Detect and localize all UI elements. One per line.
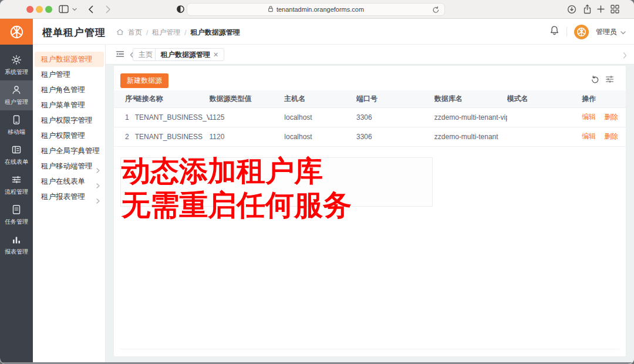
app-header: 橙单租户管理 首页 / 租户管理 / 租户数据源管理 管理员: [0, 19, 634, 45]
privacy-shield-icon[interactable]: [176, 5, 185, 14]
browser-toolbar: tenantadmin.orangeforms.com: [0, 0, 634, 19]
user-icon: [11, 85, 22, 95]
create-datasource-button[interactable]: 新建数据源: [120, 73, 168, 88]
orange-wheel-icon: [9, 24, 25, 40]
delete-link[interactable]: 删除: [604, 113, 618, 121]
menu-item-tenant-menu[interactable]: 租户菜单管理: [35, 97, 104, 113]
cell-type-value: 1125: [210, 107, 285, 127]
user-name[interactable]: 管理员: [596, 27, 617, 37]
sidebar-item-label: 移动端: [1, 128, 32, 136]
tab-label: 租户数据源管理: [161, 50, 210, 59]
menu-item-tenant-role[interactable]: 租户角色管理: [35, 82, 104, 97]
new-tab-icon[interactable]: [597, 5, 605, 13]
minimize-window-button[interactable]: [36, 6, 43, 13]
page-title: 橙单租户管理: [42, 26, 106, 39]
tab-bar: 主页 租户数据源管理✕: [106, 45, 634, 65]
reload-icon[interactable]: [432, 6, 440, 15]
sidebar-item-label: 流程管理: [1, 188, 32, 196]
cell-link-name: TENANT_BUSINESS_VIP: [135, 107, 210, 127]
annotation-line1: 动态添加租户库: [122, 154, 352, 188]
home-icon: [116, 28, 124, 38]
sidebar-item-system[interactable]: 系统管理: [0, 50, 33, 80]
table-row: 2 TENANT_BUSINESS 1120 localhost 3306 zz…: [114, 127, 626, 146]
avatar[interactable]: [574, 25, 589, 39]
menu-item-label: 租户管理: [41, 70, 70, 79]
annotation-line2: 无需重启任何服务: [122, 188, 352, 222]
chevron-down-icon[interactable]: [72, 8, 77, 11]
breadcrumb-separator: /: [146, 29, 148, 37]
secondary-sidebar: 租户数据源管理 租户管理 租户角色管理 租户菜单管理 租户权限字管理 租户权限管…: [33, 45, 106, 364]
lock-icon: [268, 5, 274, 14]
forward-icon[interactable]: [106, 5, 111, 14]
menu-item-tenant-dict[interactable]: 租户全局字典管理: [35, 143, 104, 159]
back-icon[interactable]: [88, 5, 93, 14]
chevron-down-icon[interactable]: [620, 26, 626, 37]
edit-link[interactable]: 编辑: [582, 113, 596, 121]
menu-item-tenant-report[interactable]: 租户报表管理: [35, 189, 104, 204]
cell-port: 3306: [356, 107, 434, 127]
breadcrumb-home[interactable]: 首页: [128, 28, 142, 38]
app-logo[interactable]: [0, 19, 33, 45]
col-database: 数据库名: [434, 90, 507, 107]
form-icon: [11, 144, 22, 155]
task-doc-icon: [11, 204, 22, 215]
sidebar-item-online-form[interactable]: 在线表单: [0, 140, 33, 170]
zoom-window-button[interactable]: [45, 6, 52, 13]
sidebar-item-task[interactable]: 任务管理: [0, 200, 33, 230]
tab-tenant-datasource[interactable]: 租户数据源管理✕: [155, 48, 224, 61]
divider: [566, 27, 567, 36]
menu-item-label: 租户全局字典管理: [41, 147, 100, 155]
sidebar-item-label: 系统管理: [1, 68, 32, 76]
sliders-icon: [11, 174, 22, 185]
col-actions: 操作: [582, 90, 626, 107]
menu-item-label: 租户权限字管理: [41, 116, 93, 124]
menu-item-tenant-online-form[interactable]: 租户在线表单: [35, 174, 104, 189]
breadcrumb: 首页 / 租户管理 / 租户数据源管理: [116, 28, 240, 38]
menu-item-tenant-perm[interactable]: 租户权限管理: [35, 128, 104, 143]
address-bar[interactable]: tenantadmin.orangeforms.com: [187, 3, 445, 16]
breadcrumb-level1[interactable]: 租户管理: [152, 28, 180, 38]
sidebar-item-workflow[interactable]: 流程管理: [0, 170, 33, 200]
col-type-value: 数据源类型值: [210, 90, 285, 107]
sidebar-item-label: 报表管理: [1, 248, 32, 255]
sidebar-item-label: 在线表单: [1, 158, 32, 166]
menu-item-tenant-datasource[interactable]: 租户数据源管理: [35, 52, 104, 67]
cell-host: localhost: [284, 127, 356, 146]
menu-item-tenant-perm-word[interactable]: 租户权限字管理: [35, 113, 104, 128]
sidebar-item-mobile[interactable]: 移动端: [0, 110, 33, 140]
bar-chart-icon: [11, 234, 22, 245]
menu-item-tenant-admin[interactable]: 租户管理: [35, 67, 104, 82]
column-settings-icon[interactable]: [605, 75, 614, 86]
download-icon[interactable]: [567, 5, 576, 14]
table-row: 1 TENANT_BUSINESS_VIP 1125 localhost 330…: [114, 107, 626, 127]
tab-next-icon[interactable]: [623, 50, 627, 61]
close-icon[interactable]: ✕: [213, 51, 218, 58]
menu-item-label: 租户移动端管理: [41, 162, 93, 170]
breadcrumb-separator: /: [184, 29, 186, 37]
cell-link-name: TENANT_BUSINESS: [135, 127, 210, 146]
col-no: 序号: [114, 90, 135, 107]
menu-item-label: 租户菜单管理: [41, 101, 85, 109]
cell-database: zzdemo-multi-tenant: [434, 127, 507, 146]
refresh-icon[interactable]: [591, 75, 599, 86]
close-window-button[interactable]: [26, 6, 33, 13]
fold-menu-icon[interactable]: [116, 50, 124, 60]
sidebar-item-tenant[interactable]: 租户管理: [0, 80, 33, 110]
delete-link[interactable]: 删除: [604, 132, 618, 140]
cell-no: 2: [114, 127, 135, 146]
chevron-right-icon: [96, 194, 100, 209]
col-link-name: 链接名称: [135, 90, 210, 107]
tab-overview-icon[interactable]: [611, 5, 619, 14]
menu-item-label: 租户在线表单: [41, 177, 85, 186]
share-icon[interactable]: [583, 4, 592, 14]
annotation-text: 动态添加租户库 无需重启任何服务: [122, 154, 352, 222]
cell-database: zzdemo-multi-tenant-vip: [434, 107, 507, 127]
browser-window: tenantadmin.orangeforms.com 橙单租户管理 首页 / …: [0, 0, 634, 364]
breadcrumb-current: 租户数据源管理: [191, 28, 240, 38]
sidebar-toggle-icon[interactable]: [59, 5, 69, 14]
sidebar-item-report[interactable]: 报表管理: [0, 230, 33, 260]
edit-link[interactable]: 编辑: [582, 132, 596, 140]
bell-icon[interactable]: [549, 25, 559, 38]
menu-item-tenant-mobile[interactable]: 租户移动端管理: [35, 159, 104, 174]
sidebar-item-label: 租户管理: [1, 98, 32, 106]
